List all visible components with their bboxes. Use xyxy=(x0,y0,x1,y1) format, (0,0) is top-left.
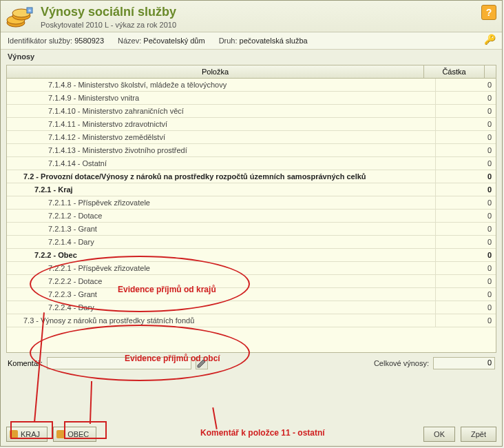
annotation-line-obec xyxy=(90,381,92,424)
table-row[interactable]: 7.1.4.10 - Ministerstvo zahraničních věc… xyxy=(7,105,496,118)
row-label: 7.2.2 - Obec xyxy=(7,249,435,261)
revenues-table: Položka Částka 7.1.4.8 - Ministerstvo šk… xyxy=(6,65,496,353)
row-amount[interactable]: 0 xyxy=(435,223,496,235)
table-row[interactable]: 7.2.2.3 - Grant0 xyxy=(7,288,496,301)
row-label: 7.1.4.14 - Ostatní xyxy=(7,157,435,170)
name-label: Název: xyxy=(118,37,141,45)
row-label: 7.3 - Výnosy z nároků na prostředky stát… xyxy=(7,314,435,327)
section-title: Výnosy xyxy=(1,50,502,63)
back-button[interactable]: Zpět xyxy=(461,427,496,442)
table-row[interactable]: 7.1.4.12 - Ministerstvo zemědělství0 xyxy=(7,131,496,144)
footer-buttons: KRAJ OBEC OK Zpět xyxy=(6,427,496,442)
row-amount[interactable]: 0 xyxy=(435,301,496,314)
table-row[interactable]: 7.1.4.11 - Ministerstvo zdravotnictví0 xyxy=(7,118,496,131)
comment-label: Komentář: xyxy=(8,359,43,367)
page-subtitle: Poskytovatel 2010 L - výkaz za rok 2010 xyxy=(41,21,495,29)
table-row[interactable]: 7.2.2 - Obec0 xyxy=(7,249,496,262)
table-row[interactable]: 7.2.2.1 - Příspěvek zřizovatele0 xyxy=(7,262,496,275)
page-title: Výnosy sociální služby xyxy=(41,5,495,19)
row-label: 7.2.2.3 - Grant xyxy=(7,288,435,301)
row-label: 7.1.4.10 - Ministerstvo zahraničních věc… xyxy=(7,105,435,117)
id-label: Identifikátor služby: xyxy=(8,37,72,45)
row-amount[interactable]: 0 xyxy=(435,157,496,170)
row-label: 7.1.4.9 - Ministerstvo vnitra xyxy=(7,92,435,104)
table-row[interactable]: 7.2.1.1 - Příspěvek zřizovatele0 xyxy=(7,196,496,210)
comment-input[interactable] xyxy=(47,357,191,369)
table-row[interactable]: 7.1.4.8 - Ministerstvo školství, mládeže… xyxy=(7,79,496,92)
row-label: 7.2.1.1 - Příspěvek zřizovatele xyxy=(7,196,435,209)
ok-button[interactable]: OK xyxy=(423,427,455,442)
row-amount[interactable]: 0 xyxy=(435,275,496,287)
help-icon[interactable]: ? xyxy=(481,5,496,20)
row-label: 7.1.4.8 - Ministerstvo školství, mládeže… xyxy=(7,79,435,91)
table-body[interactable]: 7.1.4.8 - Ministerstvo školství, mládeže… xyxy=(7,79,496,352)
table-row[interactable]: 7.2.1 - Kraj0 xyxy=(7,183,496,196)
service-info-row: Identifikátor služby: 9580923 Název: Peč… xyxy=(1,32,502,50)
row-amount[interactable]: 0 xyxy=(435,183,496,196)
key-icon[interactable]: 🔑 xyxy=(484,34,495,45)
table-header: Položka Částka xyxy=(7,65,496,79)
row-label: 7.2.2.2 - Dotace xyxy=(7,275,435,287)
table-row[interactable]: 7.3 - Výnosy z nároků na prostředky stát… xyxy=(7,314,496,327)
table-row[interactable]: 7.2.2.4 - Dary0 xyxy=(7,301,496,314)
row-label: 7.1.4.13 - Ministerstvo životního prostř… xyxy=(7,144,435,156)
row-label: 7.2.1.3 - Grant xyxy=(7,223,435,235)
row-label: 7.2.1.4 - Dary xyxy=(7,236,435,248)
row-label: 7.2.2.4 - Dary xyxy=(7,301,435,314)
type-value: pečovatelská služba xyxy=(240,37,308,45)
row-amount[interactable]: 0 xyxy=(435,249,496,261)
table-row[interactable]: 7.1.4.13 - Ministerstvo životního prostř… xyxy=(7,144,496,157)
table-row[interactable]: 7.1.4.14 - Ostatní0 xyxy=(7,157,496,170)
svg-text:+: + xyxy=(28,8,32,14)
row-amount[interactable]: 0 xyxy=(435,288,496,301)
bottom-bar: Komentář: Celkové výnosy: 0 xyxy=(1,354,502,372)
row-amount[interactable]: 0 xyxy=(435,105,496,117)
table-row[interactable]: 7.2.1.3 - Grant0 xyxy=(7,223,496,236)
row-amount[interactable]: 0 xyxy=(435,314,496,327)
window-header: + Výnosy sociální služby Poskytovatel 20… xyxy=(1,1,502,32)
row-amount[interactable]: 0 xyxy=(435,79,496,91)
table-row[interactable]: 7.1.4.9 - Ministerstvo vnitra0 xyxy=(7,92,496,105)
row-label: 7.2.2.1 - Příspěvek zřizovatele xyxy=(7,262,435,274)
table-row[interactable]: 7.2 - Provozní dotace/Výnosy z nároků na… xyxy=(7,170,496,183)
row-label: 7.1.4.11 - Ministerstvo zdravotnictví xyxy=(7,118,435,130)
column-header-item[interactable]: Položka xyxy=(7,65,424,78)
row-amount[interactable]: 0 xyxy=(435,144,496,156)
total-value: 0 xyxy=(433,357,495,369)
row-label: 7.1.4.12 - Ministerstvo zemědělství xyxy=(7,131,435,143)
type-label: Druh: xyxy=(219,37,238,45)
row-amount[interactable]: 0 xyxy=(435,170,496,183)
row-label: 7.2.1 - Kraj xyxy=(7,183,435,196)
column-header-amount[interactable]: Částka xyxy=(424,65,485,78)
name-value: Pečovatelský dům xyxy=(143,37,204,45)
table-row[interactable]: 7.2.1.4 - Dary0 xyxy=(7,236,496,249)
app-window: + Výnosy sociální služby Poskytovatel 20… xyxy=(0,0,503,447)
kraj-button[interactable]: KRAJ xyxy=(6,427,48,442)
row-amount[interactable]: 0 xyxy=(435,262,496,274)
row-amount[interactable]: 0 xyxy=(435,196,496,209)
row-amount[interactable]: 0 xyxy=(435,118,496,130)
total-label: Celkové výnosy: xyxy=(374,359,429,367)
table-row[interactable]: 7.2.2.2 - Dotace0 xyxy=(7,275,496,288)
table-row[interactable]: 7.2.1.2 - Dotace0 xyxy=(7,210,496,223)
obec-button[interactable]: OBEC xyxy=(53,427,96,442)
row-amount[interactable]: 0 xyxy=(435,210,496,222)
row-label: 7.2.1.2 - Dotace xyxy=(7,210,435,222)
coins-icon: + xyxy=(6,6,34,30)
row-amount[interactable]: 0 xyxy=(435,236,496,248)
row-amount[interactable]: 0 xyxy=(435,131,496,143)
id-value: 9580923 xyxy=(74,37,104,45)
row-amount[interactable]: 0 xyxy=(435,92,496,104)
edit-comment-icon[interactable] xyxy=(196,357,208,369)
row-label: 7.2 - Provozní dotace/Výnosy z nároků na… xyxy=(7,170,435,183)
